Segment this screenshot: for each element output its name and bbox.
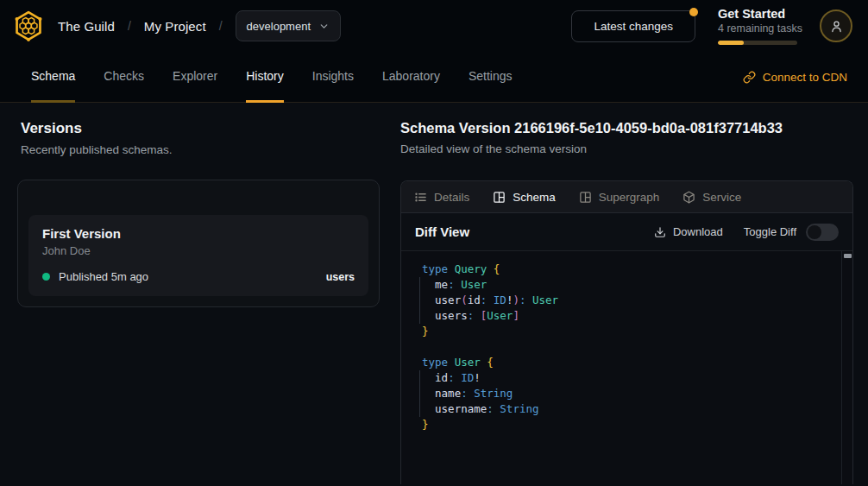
top-header: The Guild / My Project / development Lat… [0, 0, 868, 52]
nav-tab-settings[interactable]: Settings [469, 52, 513, 103]
connect-to-cdn-label: Connect to CDN [763, 71, 847, 84]
diff-header: Diff View Download Toggle Diff [401, 213, 852, 250]
versions-subtitle: Recently published schemas. [21, 143, 380, 156]
app-window: The Guild / My Project / development Lat… [0, 0, 868, 486]
version-author: John Doe [42, 244, 355, 257]
columns-icon [579, 191, 592, 204]
link-icon [743, 71, 756, 84]
chevron-down-icon [318, 21, 330, 32]
breadcrumb: The Guild / My Project / development [58, 10, 341, 41]
nav-tab-laboratory[interactable]: Laboratory [382, 52, 440, 103]
indent-guide [419, 370, 420, 417]
connect-to-cdn-button[interactable]: Connect to CDN [743, 52, 847, 102]
notification-dot [689, 8, 698, 16]
main-nav: Schema Checks Explorer History Insights … [0, 52, 868, 103]
download-icon [654, 226, 666, 238]
schema-code-viewer[interactable]: type Query { me: User user(id: ID!): Use… [401, 250, 852, 484]
cube-icon [682, 191, 695, 204]
published-status-dot [42, 273, 50, 281]
download-label: Download [673, 225, 723, 238]
target-selector-value: development [247, 20, 311, 33]
detail-tab-bar: Details Schema Supergraph [401, 181, 852, 213]
scrollbar-thumb[interactable] [844, 254, 852, 258]
version-status: Published 5m ago [59, 270, 148, 283]
toggle-diff-label: Toggle Diff [744, 225, 796, 238]
user-avatar[interactable] [820, 9, 852, 42]
tab-supergraph-label: Supergraph [599, 191, 660, 204]
switch-knob [808, 225, 821, 239]
breadcrumb-project[interactable]: My Project [144, 19, 206, 34]
toggle-diff-switch[interactable] [806, 224, 839, 241]
tab-service-label: Service [702, 191, 741, 204]
nav-tab-insights[interactable]: Insights [312, 52, 354, 103]
nav-tab-explorer[interactable]: Explorer [173, 52, 217, 103]
get-started-title: Get Started [718, 7, 797, 21]
diff-actions: Download Toggle Diff [654, 224, 839, 241]
get-started-widget[interactable]: Get Started 4 remaining tasks [718, 7, 797, 45]
tab-supergraph[interactable]: Supergraph [579, 191, 660, 204]
hive-logo-icon[interactable] [12, 9, 45, 42]
schema-version-subtitle: Detailed view of the schema version [400, 142, 853, 155]
nav-tab-history[interactable]: History [246, 52, 284, 103]
tab-schema[interactable]: Schema [493, 191, 556, 204]
tab-schema-label: Schema [513, 191, 556, 204]
versions-panel: Versions Recently published schemas. Fir… [17, 120, 380, 307]
get-started-progressbar [718, 41, 797, 45]
versions-list: First Version John Doe Published 5m ago … [17, 180, 380, 307]
latest-changes-button[interactable]: Latest changes [571, 10, 695, 42]
version-service-badge: users [326, 271, 355, 283]
graphql-schema-code: type Query { me: User user(id: ID!): Use… [422, 262, 835, 432]
header-right-cluster: Latest changes Get Started 4 remaining t… [571, 7, 852, 45]
versions-title: Versions [21, 120, 380, 137]
tab-details[interactable]: Details [414, 191, 469, 204]
version-name: First Version [42, 226, 355, 241]
tab-details-label: Details [434, 191, 469, 204]
code-scrollbar[interactable] [841, 251, 852, 484]
nav-tab-schema[interactable]: Schema [31, 52, 75, 103]
version-list-item[interactable]: First Version John Doe Published 5m ago … [28, 215, 368, 296]
indent-guide [419, 277, 420, 324]
download-button[interactable]: Download [654, 225, 723, 238]
get-started-subtitle: 4 remaining tasks [718, 22, 797, 35]
list-icon [414, 191, 427, 204]
schema-version-title: Schema Version 2166196f-5e10-4059-bd0a-0… [400, 120, 853, 136]
version-meta-row: Published 5m ago users [42, 270, 355, 283]
progress-fill [718, 41, 744, 45]
columns-icon [493, 191, 506, 204]
breadcrumb-separator: / [219, 19, 223, 33]
schema-version-detail: Schema Version 2166196f-5e10-4059-bd0a-0… [400, 120, 853, 484]
breadcrumb-separator: / [128, 19, 131, 33]
breadcrumb-org[interactable]: The Guild [58, 19, 115, 34]
person-icon [829, 19, 844, 34]
schema-detail-card: Details Schema Supergraph [400, 180, 853, 484]
latest-changes-label: Latest changes [594, 20, 673, 33]
nav-tabs: Schema Checks Explorer History Insights … [31, 52, 513, 102]
diff-view-title: Diff View [415, 224, 469, 239]
target-selector[interactable]: development [236, 10, 341, 41]
tab-service[interactable]: Service [682, 191, 741, 204]
toggle-diff-control: Toggle Diff [744, 224, 839, 241]
nav-tab-checks[interactable]: Checks [104, 52, 144, 103]
